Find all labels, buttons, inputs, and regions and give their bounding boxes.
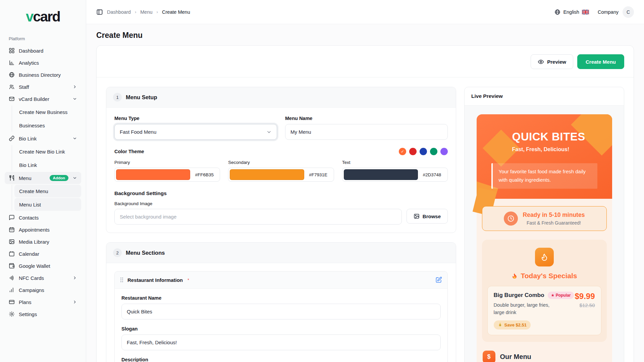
breadcrumb-dashboard[interactable]: Dashboard: [107, 9, 131, 15]
preview-description: Your favorite fast food made fresh daily…: [491, 163, 597, 189]
step-badge: 2: [113, 248, 122, 257]
theme-dot-blue[interactable]: [420, 148, 427, 155]
restaurant-name-input[interactable]: [121, 304, 441, 319]
preview-slogan: Fast, Fresh, Delicious!: [512, 146, 597, 153]
utensils-icon: [9, 175, 15, 181]
primary-color-swatch: #FF6B35: [114, 168, 220, 182]
sidebar-item-plans[interactable]: Plans: [5, 296, 81, 308]
sidebar-item-appointments[interactable]: Appointments: [5, 224, 81, 236]
sidebar-item-create-menu[interactable]: Create Menu: [14, 185, 81, 197]
background-image-input[interactable]: [114, 209, 402, 225]
browse-button-label: Browse: [423, 214, 441, 219]
account-menu[interactable]: Company C: [598, 6, 634, 18]
menu-type-select[interactable]: Fast Food Menu: [114, 124, 277, 140]
theme-dot-green[interactable]: [430, 148, 437, 155]
sidebar-item-dashboard[interactable]: Dashboard: [5, 45, 81, 57]
restaurant-information-title: Restaurant Information: [127, 277, 183, 283]
logo-rest: card: [33, 9, 60, 24]
browse-button[interactable]: Browse: [407, 209, 448, 224]
theme-presets: ✓: [399, 148, 448, 155]
live-preview-card: Live Preview QUICK BITES Fast, Fresh, De…: [464, 87, 624, 362]
edit-icon[interactable]: [435, 277, 442, 283]
step-badge: 1: [113, 93, 122, 102]
theme-dot-purple[interactable]: [440, 148, 448, 155]
globe-icon: [9, 72, 15, 78]
sidebar-item-businesses[interactable]: Businesses: [14, 119, 81, 132]
color-swatches: Primary #FF6B35 Secondary #F7: [114, 160, 448, 182]
sidebar-item-bio-link-list[interactable]: Bio Link: [14, 159, 81, 171]
sidebar-item-menu[interactable]: Menu Addon: [5, 172, 81, 184]
menu-name-input[interactable]: [285, 124, 448, 140]
sidebar-item-menu-list[interactable]: Menu List: [14, 198, 81, 211]
drag-handle-icon[interactable]: [120, 277, 123, 283]
save-badge-label: Save $2.51: [504, 322, 527, 327]
preview-hero: QUICK BITES Fast, Fresh, Delicious! Your…: [477, 114, 612, 199]
theme-dot-red[interactable]: [409, 148, 417, 155]
sub-item-label: Bio Link: [19, 162, 37, 168]
sidebar-item-contacts[interactable]: Contacts: [5, 212, 81, 224]
primary-color-label: Primary: [114, 160, 220, 165]
color-theme-label: Color Theme: [114, 149, 144, 154]
clock-icon: [504, 212, 518, 226]
sidebar-item-label: Campaigns: [19, 287, 77, 293]
live-preview-body: QUICK BITES Fast, Fresh, Delicious! Your…: [465, 106, 624, 362]
chevron-down-icon: [72, 176, 77, 180]
wallet-icon: [9, 263, 15, 269]
text-color-hex: #2D3748: [418, 172, 446, 177]
sub-item-label: Businesses: [19, 123, 45, 128]
background-image-label: Background Image: [114, 201, 448, 206]
sidebar-item-calendar[interactable]: Calendar: [5, 248, 81, 260]
text-color-fill[interactable]: [344, 169, 418, 180]
sidebar: vcard Platform Dashboard Analytics Busin…: [0, 0, 86, 362]
sidebar-item-create-new-bio-link[interactable]: Create New Bio Link: [14, 145, 81, 158]
chevron-down-icon: [266, 129, 272, 135]
ready-time-title: Ready in 5-10 minutes: [523, 212, 585, 219]
dashboard-icon: [9, 48, 15, 54]
section-title: Menu Setup: [126, 94, 157, 101]
menu-type-value: Fast Food Menu: [120, 129, 156, 135]
sidebar-item-label: Menu: [19, 175, 45, 181]
sidebar-item-media-library[interactable]: Media Library: [5, 236, 81, 248]
sidebar-item-analytics[interactable]: Analytics: [5, 57, 81, 69]
restaurant-information-body: Restaurant Name Slogan Description Your: [115, 289, 447, 362]
specials-title-row: Today's Specials: [487, 272, 601, 280]
calendar-check-icon: [9, 227, 15, 233]
topbar-right: English Company C: [554, 6, 634, 18]
secondary-color-hex: #F7931E: [304, 172, 332, 177]
sidebar-toggle-icon[interactable]: [96, 9, 103, 15]
secondary-color-fill[interactable]: [230, 169, 304, 180]
vcard-logo[interactable]: vcard: [5, 9, 81, 25]
create-menu-card: Preview Create Menu 1 Menu Setup: [96, 45, 634, 362]
sidebar-item-staff[interactable]: Staff: [5, 81, 81, 93]
sidebar-item-label: Staff: [19, 84, 68, 90]
preview-button[interactable]: Preview: [531, 54, 573, 69]
slogan-input[interactable]: [121, 335, 441, 350]
theme-dot-orange[interactable]: ✓: [399, 148, 406, 155]
sidebar-item-google-wallet[interactable]: Google Wallet: [5, 260, 81, 272]
sidebar-item-create-new-business[interactable]: Create New Business: [14, 106, 81, 118]
preview-button-label: Preview: [547, 59, 566, 65]
primary-color-fill[interactable]: [116, 169, 190, 180]
sidebar-item-business-directory[interactable]: Business Directory: [5, 69, 81, 81]
primary-color-hex: #FF6B35: [190, 172, 218, 177]
company-label: Company: [598, 9, 619, 15]
chevron-down-icon: [72, 136, 77, 141]
language-switcher[interactable]: English: [554, 9, 589, 15]
sidebar-item-label: Calendar: [19, 251, 77, 257]
sidebar-item-settings[interactable]: Settings: [5, 308, 81, 320]
slogan-label: Slogan: [121, 326, 441, 331]
chevron-right-icon: [72, 276, 77, 280]
menu-sections-section: 2 Menu Sections Restaurant Information *: [106, 242, 456, 362]
sidebar-item-nfc-cards[interactable]: NFC Cards: [5, 272, 81, 284]
avatar: C: [623, 6, 634, 18]
our-menu-header: $ Our Menu: [483, 351, 607, 362]
sidebar-item-campaigns[interactable]: Campaigns: [5, 284, 81, 296]
sidebar-item-vcard-builder[interactable]: vCard Builder: [5, 93, 81, 105]
image-icon: [9, 239, 15, 245]
restaurant-information-header: Restaurant Information *: [115, 272, 447, 289]
language-label: English: [563, 9, 579, 15]
sidebar-item-bio-link[interactable]: Bio Link: [5, 132, 81, 144]
content-columns: 1 Menu Setup Menu Type Fast Food Menu: [97, 77, 634, 362]
create-menu-button[interactable]: Create Menu: [577, 54, 624, 69]
breadcrumb-menu[interactable]: Menu: [140, 9, 152, 15]
